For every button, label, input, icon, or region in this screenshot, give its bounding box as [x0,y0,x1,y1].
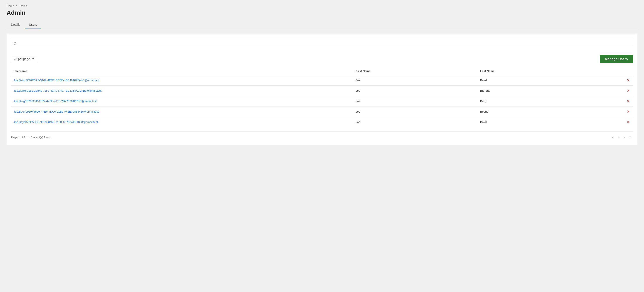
breadcrumb-home[interactable]: Home [6,4,14,8]
cell-action: ✕ [602,75,633,86]
cell-username: Joe.Boyd079C56CC-9953-4B6E-8130-1C738AFE… [11,117,353,127]
cell-action: ✕ [602,107,633,117]
cell-firstname: Joe [353,117,478,127]
search-input[interactable] [11,38,633,46]
per-page-dropdown[interactable]: 25 per page ▼ [11,56,37,62]
user-link[interactable]: Joe.Boone959F4599-47EF-4DC6-91B0-F42E398… [14,110,98,113]
table-row: Joe.Baird3C97F3AF-3102-4ED7-BCEF-4BC4918… [11,75,633,86]
col-header-action [602,67,633,75]
pagination-info: Page 1 of 1 • 5 result(s) found [11,136,51,139]
cell-lastname: Baird [478,75,602,86]
user-link[interactable]: Joe.Baird3C97F3AF-3102-4ED7-BCEF-4BC4918… [14,79,100,82]
last-page-button[interactable]: » [628,134,633,141]
breadcrumb: Home / Roles [6,4,638,8]
cell-firstname: Joe [353,75,478,86]
remove-user-button[interactable]: ✕ [626,89,630,93]
cell-action: ✕ [602,96,633,107]
cell-lastname: Boyd [478,117,602,127]
cell-firstname: Joe [353,96,478,107]
col-header-firstname: First Name [353,67,478,75]
user-link[interactable]: Joe.Berg6B76222B-2872-476F-9A16-2B773284… [14,100,97,103]
cell-username: Joe.Barrera18BDB840-73F9-41A0-8A97-ED436… [11,86,353,96]
breadcrumb-roles: Roles [20,4,27,8]
page-info: Page 1 of 1 [11,136,26,139]
chevron-down-icon: ▼ [32,57,34,61]
content-area: 25 per page ▼ Manage Users Username Firs… [6,33,638,145]
remove-user-button[interactable]: ✕ [626,110,630,114]
cell-lastname: Boone [478,107,602,117]
pagination-dot: • [28,136,28,139]
cell-action: ✕ [602,117,633,127]
remove-user-button[interactable]: ✕ [626,99,630,103]
manage-users-button[interactable]: Manage Users [600,55,633,63]
users-table: Username First Name Last Name Joe.Baird3… [11,67,633,127]
table-row: Joe.Berg6B76222B-2872-476F-9A16-2B773284… [11,96,633,107]
breadcrumb-separator: / [16,4,17,8]
pagination-controls: « ‹ › » [610,134,633,141]
table-footer: Page 1 of 1 • 5 result(s) found « ‹ › » [11,132,633,141]
next-page-button[interactable]: › [622,134,627,141]
tabs-container: Details Users [6,21,638,29]
remove-user-button[interactable]: ✕ [626,120,630,124]
col-header-lastname: Last Name [478,67,602,75]
cell-username: Joe.Baird3C97F3AF-3102-4ED7-BCEF-4BC4918… [11,75,353,86]
first-page-button[interactable]: « [610,134,616,141]
page-title: Admin [6,9,638,16]
cell-firstname: Joe [353,107,478,117]
page-wrapper: Home / Roles Admin Details Users 25 per … [0,0,644,292]
table-row: Joe.Boone959F4599-47EF-4DC6-91B0-F42E398… [11,107,633,117]
prev-page-button[interactable]: ‹ [616,134,621,141]
remove-user-button[interactable]: ✕ [626,78,630,82]
table-header-row: Username First Name Last Name [11,67,633,75]
per-page-label: 25 per page [14,57,30,61]
tab-details[interactable]: Details [6,21,25,29]
cell-firstname: Joe [353,86,478,96]
tab-users[interactable]: Users [25,21,42,29]
cell-username: Joe.Berg6B76222B-2872-476F-9A16-2B773284… [11,96,353,107]
table-row: Joe.Barrera18BDB840-73F9-41A0-8A97-ED436… [11,86,633,96]
result-count: 5 result(s) found [30,136,51,139]
table-row: Joe.Boyd079C56CC-9953-4B6E-8130-1C738AFE… [11,117,633,127]
cell-lastname: Berg [478,96,602,107]
col-header-username: Username [11,67,353,75]
user-link[interactable]: Joe.Barrera18BDB840-73F9-41A0-8A97-ED436… [14,89,102,92]
toolbar: 25 per page ▼ Manage Users [11,55,633,63]
search-wrapper [11,38,633,50]
user-link[interactable]: Joe.Boyd079C56CC-9953-4B6E-8130-1C738AFE… [14,120,98,124]
cell-action: ✕ [602,86,633,96]
cell-lastname: Barrera [478,86,602,96]
cell-username: Joe.Boone959F4599-47EF-4DC6-91B0-F42E398… [11,107,353,117]
